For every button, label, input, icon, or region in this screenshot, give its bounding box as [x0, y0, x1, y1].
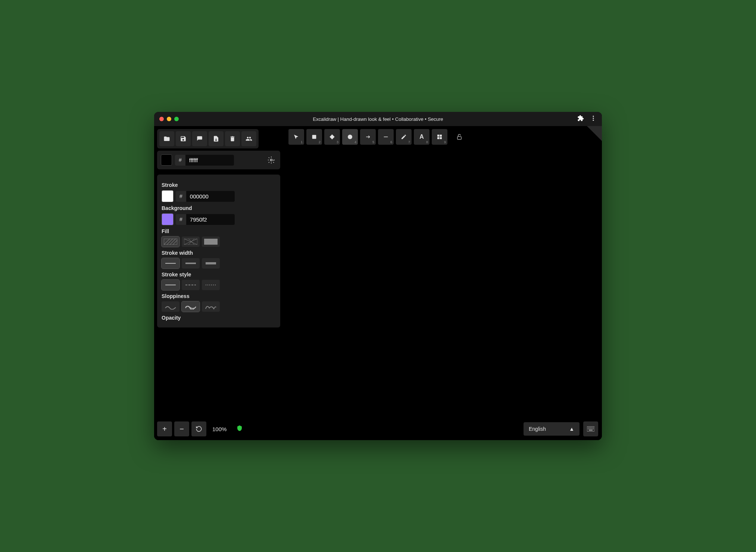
titlebar: Excalidraw | Hand-drawn look & feel • Co…	[154, 112, 602, 126]
settings-button[interactable]	[266, 155, 277, 165]
svg-rect-21	[437, 137, 439, 139]
stroke-width-medium[interactable]	[182, 258, 200, 269]
language-value: English	[529, 426, 546, 432]
tool-text[interactable]: A8	[414, 129, 429, 145]
svg-point-0	[593, 116, 594, 117]
svg-point-6	[379, 276, 392, 289]
stroke-style-dashed[interactable]	[182, 280, 200, 290]
background-label: Background	[162, 205, 276, 211]
fill-hachure[interactable]	[162, 236, 179, 247]
svg-rect-43	[589, 427, 590, 428]
svg-rect-8	[398, 296, 402, 313]
stroke-style-solid[interactable]	[162, 280, 179, 290]
minimize-window-button[interactable]	[167, 117, 171, 121]
properties-panel: Stroke # Background # Fill	[157, 175, 280, 327]
svg-rect-19	[437, 135, 439, 137]
close-window-button[interactable]	[159, 117, 164, 121]
svg-point-15	[271, 159, 272, 161]
tool-diamond[interactable]: 3	[324, 129, 340, 145]
keyboard-button[interactable]	[583, 421, 598, 436]
svg-line-25	[164, 239, 170, 245]
stroke-style-dotted[interactable]	[202, 280, 220, 290]
more-menu-icon[interactable]	[590, 115, 597, 123]
sloppiness-artist[interactable]	[182, 301, 200, 312]
stroke-color-input[interactable]	[186, 191, 235, 202]
hash-label: #	[176, 214, 186, 225]
canvas-color-swatch[interactable]	[161, 154, 172, 166]
window-title: Excalidraw | Hand-drawn look & feel • Co…	[313, 116, 443, 122]
traffic-lights	[159, 117, 179, 121]
zoom-out-button[interactable]: −	[174, 421, 189, 436]
svg-rect-45	[592, 427, 593, 428]
svg-line-27	[170, 239, 176, 245]
stroke-width-label: Stroke width	[162, 250, 276, 256]
file-actions-panel	[157, 129, 259, 148]
delete-button[interactable]	[225, 131, 240, 146]
tool-arrow[interactable]: 5	[360, 129, 376, 145]
collaborate-button[interactable]	[241, 131, 256, 146]
bottom-right-panel: English ▲	[524, 421, 598, 436]
svg-rect-22	[440, 137, 442, 139]
svg-rect-10	[375, 272, 378, 275]
fill-solid[interactable]	[202, 236, 220, 247]
tool-rectangle[interactable]: 2	[306, 129, 322, 145]
fill-cross[interactable]	[182, 236, 200, 247]
svg-rect-20	[440, 135, 442, 137]
maximize-window-button[interactable]	[174, 117, 179, 121]
extension-icon[interactable]	[577, 115, 584, 123]
zoom-value: 100%	[209, 426, 230, 432]
canvas-color-input[interactable]	[185, 155, 234, 166]
svg-point-14	[384, 266, 387, 269]
export-button[interactable]	[209, 131, 224, 146]
sloppiness-cartoonist[interactable]	[202, 301, 220, 312]
open-button[interactable]	[159, 131, 174, 146]
svg-rect-46	[593, 427, 594, 428]
tool-draw[interactable]: 7	[396, 129, 412, 145]
svg-rect-11	[394, 272, 397, 275]
stroke-width-thick[interactable]	[202, 258, 220, 269]
save-as-button[interactable]	[192, 131, 207, 146]
svg-rect-29	[184, 239, 197, 245]
svg-point-1	[593, 118, 594, 119]
svg-rect-47	[588, 429, 589, 429]
svg-rect-42	[588, 427, 589, 428]
svg-line-32	[188, 239, 194, 245]
lock-button[interactable]	[453, 131, 465, 143]
background-swatch[interactable]	[162, 213, 174, 225]
sloppiness-architect[interactable]	[162, 301, 179, 312]
svg-rect-44	[590, 427, 591, 428]
stroke-label: Stroke	[162, 182, 276, 188]
svg-line-28	[173, 239, 177, 245]
canvas-color-panel: #	[157, 151, 280, 169]
zoom-in-button[interactable]: +	[157, 421, 172, 436]
language-select[interactable]: English ▲	[524, 422, 580, 436]
stroke-style-label: Stroke style	[162, 272, 276, 277]
shield-icon	[236, 425, 243, 433]
app-window: Excalidraw | Hand-drawn look & feel • Co…	[154, 112, 602, 440]
tool-grid[interactable]: 9	[432, 129, 447, 145]
tool-ellipse[interactable]: 4	[342, 129, 358, 145]
svg-rect-12	[375, 291, 378, 294]
svg-rect-52	[589, 430, 593, 431]
svg-rect-41	[587, 426, 594, 431]
svg-line-33	[188, 239, 194, 245]
corner-tab[interactable]	[587, 126, 602, 141]
svg-rect-24	[164, 239, 177, 245]
svg-point-17	[348, 135, 352, 139]
stroke-swatch[interactable]	[162, 190, 174, 202]
save-button[interactable]	[176, 131, 191, 146]
tool-select[interactable]: 1	[288, 129, 304, 145]
svg-rect-13	[394, 291, 397, 294]
tool-line[interactable]: 6	[378, 129, 394, 145]
hash-label: #	[175, 155, 185, 166]
svg-point-2	[593, 120, 594, 121]
svg-rect-9	[376, 273, 396, 293]
svg-rect-16	[312, 135, 316, 139]
stroke-width-thin[interactable]	[162, 258, 179, 269]
zoom-reset-button[interactable]	[191, 421, 206, 436]
background-color-input[interactable]	[186, 214, 235, 225]
svg-rect-49	[590, 429, 591, 429]
svg-point-7	[409, 275, 421, 287]
svg-line-31	[184, 239, 197, 245]
fill-label: Fill	[162, 228, 276, 234]
